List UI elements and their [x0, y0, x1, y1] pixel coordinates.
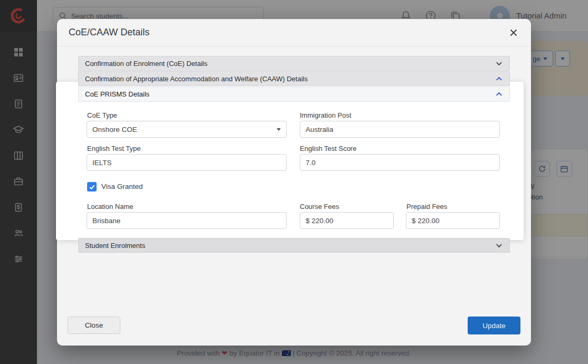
english-test-type-input[interactable] [87, 154, 287, 171]
check-icon [89, 184, 96, 190]
close-icon [509, 28, 518, 37]
coe-type-label: CoE Type [87, 111, 117, 119]
section-student-enrolments[interactable]: Student Enrolments [78, 238, 510, 253]
english-test-type-label: English Test Type [87, 145, 140, 152]
course-fees-input[interactable] [300, 212, 394, 229]
prepaid-fees-label: Prepaid Fees [406, 203, 447, 210]
chevron-down-icon [495, 242, 503, 250]
location-name-input[interactable] [87, 212, 287, 229]
chevron-down-icon [495, 60, 503, 68]
visa-granted-checkbox[interactable] [87, 182, 97, 191]
english-test-score-label: English Test Score [300, 145, 356, 152]
immigration-post-input[interactable] [300, 121, 500, 138]
coe-caaw-details-dialog: CoE/CAAW Details Confirmation of Enrolme… [57, 19, 531, 346]
location-name-label: Location Name [87, 203, 133, 210]
section-coe-prisms-details[interactable]: CoE PRISMS Details [78, 87, 510, 102]
modal-header: CoE/CAAW Details [57, 19, 531, 46]
close-button[interactable]: Close [68, 317, 120, 334]
chevron-down-icon [277, 128, 281, 131]
chevron-up-icon [495, 90, 503, 98]
coe-type-select[interactable]: Onshore COE [87, 121, 287, 138]
immigration-post-label: Immigration Post [300, 111, 352, 119]
section-coe-details[interactable]: Confirmation of Enrolment (CoE) Details [78, 56, 510, 71]
modal-title: CoE/CAAW Details [69, 27, 149, 38]
update-button[interactable]: Update [468, 317, 520, 334]
prepaid-fees-input[interactable] [406, 212, 500, 229]
course-fees-label: Course Fees [300, 203, 339, 210]
section-caaw-details[interactable]: Confirmation of Appropriate Accommodatio… [78, 71, 510, 86]
visa-granted-label: Visa Granted [101, 183, 143, 190]
modal-close-button[interactable] [508, 27, 519, 39]
chevron-up-icon [495, 75, 503, 83]
english-test-score-input[interactable] [300, 154, 500, 171]
